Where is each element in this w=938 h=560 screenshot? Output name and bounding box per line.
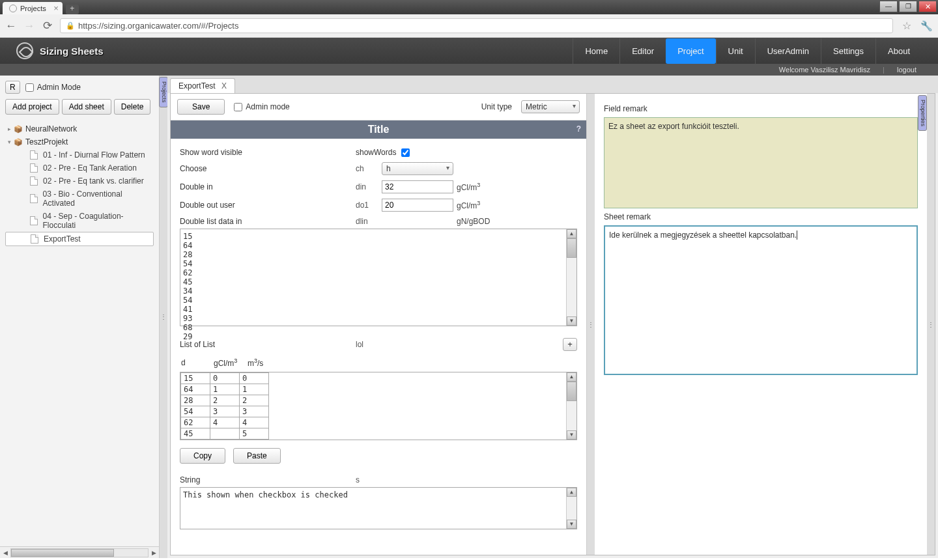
bookmark-icon[interactable]: ☆ (902, 20, 911, 32)
table-cell[interactable]: 64 (181, 384, 210, 395)
double-out-input[interactable] (382, 199, 453, 212)
main-nav: HomeEditorProjectUnitUserAdminSettingsAb… (573, 38, 922, 64)
table-cell[interactable]: 2 (240, 395, 269, 406)
title-bar: Title ? (171, 120, 586, 139)
main-panel: ExportTest X Save Admin mode Unit type M… (167, 76, 938, 558)
choose-select[interactable]: h (382, 162, 453, 175)
logout-link[interactable]: logout (892, 66, 922, 74)
table-cell[interactable]: 54 (181, 406, 210, 417)
table-cell[interactable]: 45 (181, 428, 210, 440)
lock-icon: 🔒 (66, 21, 75, 30)
table-cell[interactable]: 3 (240, 406, 269, 417)
table-cell[interactable]: 5 (240, 428, 269, 440)
back-button[interactable]: ← (5, 20, 17, 32)
table-cell[interactable]: 0 (210, 373, 240, 384)
close-window-button[interactable]: ✕ (918, 1, 937, 12)
split-handle[interactable]: ⋮ (160, 76, 167, 558)
dlist-textarea[interactable]: 15 64 28 54 62 45 34 54 41 93 68 29 ▲▼ (180, 229, 577, 326)
table-cell[interactable]: 0 (240, 373, 269, 384)
delete-button[interactable]: Delete (114, 99, 151, 115)
properties-gutter-tab[interactable]: Properties (918, 95, 927, 131)
table-cell[interactable]: 3 (210, 406, 240, 417)
tree-sheet[interactable]: 04 - Sep - Coagulation-Flocculati (5, 210, 154, 232)
copy-button[interactable]: Copy (180, 448, 225, 464)
forward-button[interactable]: → (23, 20, 35, 32)
add-project-button[interactable]: Add project (5, 99, 59, 115)
wrench-icon[interactable]: 🔧 (920, 20, 933, 32)
right-split-handle[interactable]: ⋮ (927, 94, 935, 555)
sub-header: Welcome Vaszilisz Mavridisz | logout (0, 64, 938, 76)
lol-table[interactable]: 15006411282254336244455 ▲▼ (180, 372, 577, 440)
admin-mode-toggle[interactable]: Admin Mode (25, 83, 81, 92)
add-sheet-button[interactable]: Add sheet (62, 99, 111, 115)
form-panel: Save Admin mode Unit type Metric Title ? (171, 94, 587, 555)
app-header: Sizing Sheets HomeEditorProjectUnitUserA… (0, 38, 938, 64)
table-cell[interactable]: 4 (210, 417, 240, 428)
table-cell[interactable]: 1 (210, 384, 240, 395)
minimize-button[interactable]: ― (879, 1, 898, 12)
url-bar: ← → ⟳ 🔒 https://sizing.organicawater.com… (0, 14, 938, 38)
close-icon[interactable]: X (221, 81, 227, 91)
tree-sheet[interactable]: 02 - Pre - Eq tank vs. clarifier (5, 175, 154, 188)
workspace: R Admin Mode Add project Add sheet Delet… (0, 76, 938, 558)
tree-project[interactable]: ▾ 📦 TesztProjekt (5, 135, 154, 148)
show-word-label: Show word visible (180, 148, 356, 157)
table-cell[interactable]: 28 (181, 395, 210, 406)
browser-chrome: Projects × + ― ❐ ✕ (0, 0, 938, 14)
form-admin-mode[interactable]: Admin mode (234, 102, 289, 111)
table-cell[interactable]: 4 (240, 417, 269, 428)
project-tree: ▸ 📦 NeuralNetwork▾ 📦 TesztProjekt01 - In… (0, 120, 159, 546)
brand-name: Sizing Sheets (40, 46, 104, 57)
sheet-remark-box[interactable]: Ide kerülnek a megjegyzések a sheettel k… (604, 225, 918, 375)
r-button[interactable]: R (5, 81, 20, 94)
nav-home[interactable]: Home (573, 38, 619, 64)
remark-panel: Field remark Ez a sheet az export funkci… (595, 94, 927, 555)
url-input[interactable]: 🔒 https://sizing.organicawater.com/#/Pro… (60, 18, 893, 33)
nav-unit[interactable]: Unit (716, 38, 755, 64)
new-tab-button[interactable]: + (66, 5, 79, 14)
table-cell[interactable]: 2 (210, 395, 240, 406)
reload-button[interactable]: ⟳ (42, 20, 53, 32)
browser-tab[interactable]: Projects × (3, 2, 63, 14)
unit-type-label: Unit type (481, 102, 512, 111)
sidebar-scrollbar[interactable]: ◀ ▶ (0, 546, 159, 558)
table-cell[interactable]: 62 (181, 417, 210, 428)
save-button[interactable]: Save (177, 99, 225, 115)
doc-tab[interactable]: ExportTest X (170, 78, 235, 93)
close-icon[interactable]: × (53, 3, 59, 13)
favicon (9, 5, 17, 12)
tree-sheet[interactable]: ExportTest (5, 232, 154, 246)
tree-project[interactable]: ▸ 📦 NeuralNetwork (5, 122, 154, 135)
double-in-input[interactable] (382, 180, 453, 193)
admin-mode-checkbox[interactable] (25, 83, 34, 92)
field-remark-label: Field remark (604, 100, 918, 117)
field-remark-box[interactable]: Ez a sheet az export funkcióit teszteli. (604, 117, 918, 208)
paste-button[interactable]: Paste (233, 448, 281, 464)
tree-sheet[interactable]: 02 - Pre - Eq Tank Aeration (5, 161, 154, 175)
table-cell[interactable] (210, 428, 240, 440)
nav-about[interactable]: About (875, 38, 922, 64)
projects-gutter-tab[interactable]: Projects (159, 77, 168, 107)
nav-editor[interactable]: Editor (619, 38, 666, 64)
url-text: https://sizing.organicawater.com/#/Proje… (78, 21, 238, 31)
help-icon[interactable]: ? (576, 124, 581, 133)
tree-sheet[interactable]: 01 - Inf - Diurnal Flow Pattern (5, 148, 154, 161)
maximize-button[interactable]: ❐ (899, 1, 917, 12)
tab-title: Projects (20, 5, 46, 12)
unit-type-select[interactable]: Metric (521, 100, 580, 113)
tree-sheet[interactable]: 03 - Bio - Conventional Activated (5, 188, 154, 210)
string-textarea[interactable]: This shown when checkbox is checked ▲▼ (180, 487, 577, 529)
nav-project[interactable]: Project (666, 38, 715, 64)
nav-settings[interactable]: Settings (821, 38, 875, 64)
sidebar: R Admin Mode Add project Add sheet Delet… (0, 76, 160, 558)
table-cell[interactable]: 15 (181, 373, 210, 384)
form-split-handle[interactable]: ⋮ (587, 94, 595, 555)
logo-icon (16, 42, 33, 59)
scroll-left-icon[interactable]: ◀ (0, 550, 10, 556)
nav-useradmin[interactable]: UserAdmin (755, 38, 821, 64)
welcome-text: Welcome Vaszilisz Mavridisz (774, 66, 875, 74)
scroll-right-icon[interactable]: ▶ (149, 550, 159, 556)
sheet-remark-label: Sheet remark (604, 208, 918, 225)
table-cell[interactable]: 1 (240, 384, 269, 395)
show-word-checkbox[interactable] (401, 148, 410, 157)
